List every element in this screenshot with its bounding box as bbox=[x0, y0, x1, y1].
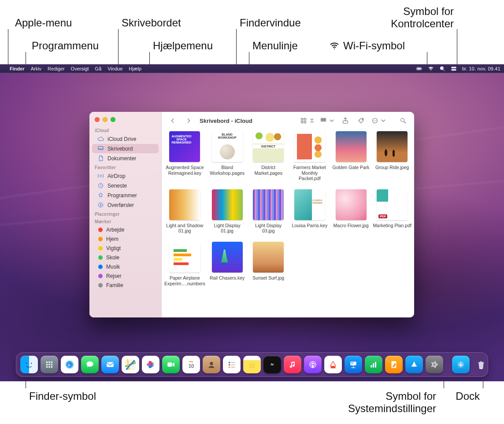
dock-safari[interactable] bbox=[61, 356, 78, 373]
svg-point-71 bbox=[229, 366, 230, 368]
svg-rect-43 bbox=[48, 366, 50, 368]
file-thumbnail bbox=[377, 131, 408, 162]
dock-launchpad[interactable] bbox=[41, 356, 58, 373]
svg-rect-72 bbox=[231, 367, 235, 368]
dock-notes[interactable] bbox=[243, 356, 261, 373]
sidebar-item[interactable]: Dokumenter bbox=[92, 154, 159, 163]
battery-icon[interactable] bbox=[416, 66, 422, 72]
file-item[interactable]: District Market.pages bbox=[249, 131, 288, 181]
svg-rect-15 bbox=[301, 118, 303, 120]
share-button[interactable] bbox=[340, 116, 351, 125]
file-thumbnail bbox=[253, 189, 284, 220]
nav-back[interactable] bbox=[167, 116, 178, 125]
sidebar-group: Favoritter bbox=[89, 163, 161, 171]
sidebar-item[interactable]: Skole bbox=[92, 253, 159, 262]
dock-system-preferences[interactable] bbox=[426, 356, 443, 373]
dock-reminders[interactable] bbox=[223, 356, 241, 373]
app-menu[interactable]: Finder bbox=[10, 66, 25, 71]
file-thumbnail bbox=[169, 242, 200, 273]
file-item[interactable]: Rail Chasers.key bbox=[208, 242, 247, 286]
window-maximize[interactable] bbox=[111, 117, 115, 122]
sidebar-item[interactable]: AirDrop bbox=[92, 171, 159, 181]
dock-finder[interactable] bbox=[20, 356, 38, 373]
nav-forward[interactable] bbox=[183, 116, 194, 125]
file-item[interactable]: Augmented Space Reimagined.key bbox=[164, 131, 205, 181]
sidebar-item[interactable]: Rejser bbox=[92, 272, 159, 280]
dock-music[interactable] bbox=[284, 356, 301, 373]
finder-window[interactable]: iCloudiCloud DriveSkrivebordDokumenterFa… bbox=[89, 112, 414, 317]
menubar-datetime[interactable]: tir. 10. nov. 09.41 bbox=[462, 66, 500, 71]
sidebar-item[interactable]: Programmer bbox=[92, 191, 159, 200]
dock-downloads[interactable] bbox=[452, 356, 470, 373]
file-item[interactable]: Group Ride.jpeg bbox=[373, 131, 411, 181]
file-item[interactable]: Light Display 03.jpg bbox=[249, 189, 288, 234]
file-name: Light Display 03.jpg bbox=[249, 223, 288, 234]
file-item[interactable]: Bland Workshop.pages bbox=[208, 131, 247, 181]
sidebar-item[interactable]: Familie bbox=[92, 281, 159, 290]
desktop-icon bbox=[97, 145, 104, 152]
file-thumbnail bbox=[253, 242, 284, 273]
dock-appstore[interactable] bbox=[405, 356, 423, 373]
sidebar-item-label: Skrivebord bbox=[107, 146, 133, 152]
sidebar-item[interactable]: Arbejde bbox=[92, 225, 159, 234]
dock-pages[interactable] bbox=[385, 356, 403, 373]
tags-button[interactable] bbox=[356, 116, 367, 125]
dock-trash[interactable] bbox=[472, 356, 490, 373]
sidebar-item[interactable]: Musik bbox=[92, 262, 159, 271]
file-item[interactable]: Light and Shadow 01.jpg bbox=[164, 189, 205, 234]
dock-calendar[interactable]: NOV10 bbox=[182, 356, 200, 373]
dock-maps[interactable] bbox=[122, 356, 139, 373]
svg-text:10: 10 bbox=[189, 363, 194, 369]
dock-messages[interactable] bbox=[81, 356, 99, 373]
window-minimize[interactable] bbox=[103, 117, 107, 122]
control-center-icon[interactable] bbox=[451, 66, 457, 72]
view-switch[interactable] bbox=[300, 117, 315, 124]
group-by[interactable] bbox=[320, 117, 335, 124]
dock-numbers[interactable] bbox=[365, 356, 382, 373]
dock-tv[interactable]: tv bbox=[263, 356, 281, 373]
window-close[interactable] bbox=[95, 117, 100, 122]
sidebar-item[interactable]: Overførsler bbox=[92, 200, 159, 210]
sidebar-item[interactable]: Skrivebord bbox=[92, 144, 159, 153]
menu-oversigt[interactable]: Oversigt bbox=[71, 66, 89, 71]
sidebar-item[interactable]: iCloud Drive bbox=[92, 134, 159, 144]
menu-gaa[interactable]: Gå bbox=[95, 66, 102, 71]
dock-photos[interactable] bbox=[142, 356, 159, 373]
dock-keynote[interactable] bbox=[345, 356, 362, 373]
dock-podcasts[interactable] bbox=[304, 356, 322, 373]
svg-rect-36 bbox=[46, 361, 48, 363]
wifi-status-icon[interactable] bbox=[428, 66, 434, 72]
file-item[interactable]: Marketing Plan.pdf bbox=[373, 189, 411, 234]
finder-title: Skrivebord - iCloud bbox=[200, 118, 252, 124]
sidebar-item[interactable]: Seneste bbox=[92, 181, 159, 190]
menu-arkiv[interactable]: Arkiv bbox=[31, 66, 41, 71]
svg-rect-44 bbox=[51, 366, 53, 368]
file-name: Group Ride.jpeg bbox=[375, 165, 409, 170]
file-item[interactable]: Louisa Parris.key bbox=[290, 189, 329, 234]
menu-vindue[interactable]: Vindue bbox=[107, 66, 122, 71]
sidebar-group: iCloud bbox=[89, 126, 161, 134]
file-item[interactable]: Light Display 01.jpg bbox=[208, 189, 247, 234]
sidebar-item[interactable]: Hjem bbox=[92, 235, 159, 243]
file-item[interactable]: Farmers Market Monthly Packet.pdf bbox=[290, 131, 329, 181]
file-thumbnail bbox=[377, 189, 408, 220]
more-actions[interactable] bbox=[371, 117, 387, 124]
menu-rediger[interactable]: Rediger bbox=[48, 66, 65, 71]
search-button[interactable] bbox=[397, 116, 409, 125]
svg-rect-40 bbox=[48, 364, 50, 365]
spotlight-icon[interactable] bbox=[439, 66, 445, 72]
sidebar-item[interactable]: Vigtigt bbox=[92, 244, 159, 253]
svg-point-10 bbox=[454, 69, 455, 70]
file-item[interactable]: Paper Airplane Experim….numbers bbox=[164, 242, 205, 286]
menu-help[interactable]: Hjælp bbox=[129, 66, 141, 71]
file-item[interactable]: Golden Gate Park bbox=[332, 131, 371, 181]
dock-news[interactable] bbox=[324, 356, 342, 373]
file-item[interactable]: Sunset Surf.jpg bbox=[249, 242, 288, 286]
dock-mail[interactable] bbox=[101, 356, 119, 373]
callout-finder-icon: Finder-symbol bbox=[29, 390, 96, 402]
svg-rect-107 bbox=[480, 361, 482, 362]
dock-facetime[interactable] bbox=[162, 356, 180, 373]
dock-contacts[interactable] bbox=[203, 356, 220, 373]
desktop[interactable]: Finder Arkiv Rediger Oversigt Gå Vindue … bbox=[0, 64, 504, 381]
file-item[interactable]: Macro Flower.jpg bbox=[332, 189, 371, 234]
